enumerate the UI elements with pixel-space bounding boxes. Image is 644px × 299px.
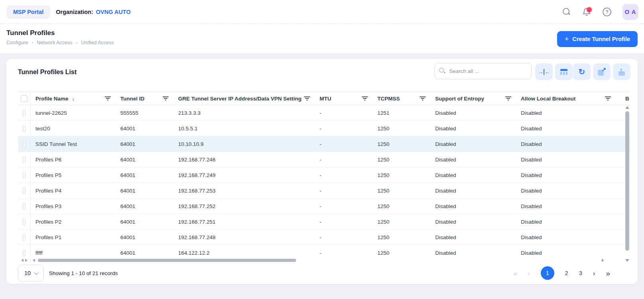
cell-tunnel-id: 64001 <box>116 172 173 178</box>
breadcrumb-item-configure[interactable]: Configure <box>6 40 28 45</box>
page-size-select[interactable]: 10 <box>18 265 44 281</box>
row-checkbox[interactable] <box>23 156 26 163</box>
table-row[interactable]: Profiles P4 64001 192.168.77.253 - 1250 … <box>18 183 630 199</box>
scroll-right-icon[interactable] <box>25 259 27 262</box>
column-header-profile-name[interactable]: Profile Name ↓ <box>31 92 116 105</box>
pagination-prev-button[interactable]: ‹ <box>528 270 530 277</box>
select-all-cell <box>18 92 31 105</box>
avatar[interactable]: O A <box>622 4 638 20</box>
row-checkbox[interactable] <box>23 110 26 116</box>
table-row[interactable]: fffff 64001 164.122.12.2 - 1250 Disabled… <box>18 245 630 257</box>
cell-tunnel-id: 64001 <box>116 141 173 147</box>
scroll-up-icon[interactable] <box>625 106 629 109</box>
row-checkbox[interactable] <box>23 141 26 148</box>
column-header-gre-ip[interactable]: GRE Tunnel Server IP Address/Data VPN Se… <box>173 92 315 105</box>
row-checkbox[interactable] <box>23 203 26 210</box>
cell-tunnel-id: 64001 <box>116 203 173 209</box>
cell-tunnel-id: 64001 <box>116 219 173 225</box>
breadcrumb-separator: - <box>76 40 77 45</box>
row-checkbox[interactable] <box>23 187 26 194</box>
cell-mtu: - <box>315 126 373 132</box>
collapse-columns-button[interactable]: →← <box>535 63 553 80</box>
scroll-down-icon[interactable] <box>625 259 629 262</box>
refresh-button[interactable]: ↻ <box>573 63 591 80</box>
horizontal-scrollbar <box>18 257 630 264</box>
cell-support-of-entropy: Disabled <box>430 219 516 225</box>
column-header-allow-local-breakout[interactable]: Allow Local Breakout <box>516 92 616 105</box>
horizontal-scroll-thumb[interactable] <box>38 259 296 262</box>
table-row[interactable]: SSID Tunnel Test 64001 10.10.10.9 - 1250… <box>18 136 630 152</box>
breadcrumb-item-unified-access[interactable]: Unified Access <box>81 40 114 45</box>
organization-value[interactable]: OVNG AUTO <box>96 9 131 15</box>
pagination-last-button[interactable]: » <box>606 269 609 277</box>
search-input[interactable] <box>434 63 532 79</box>
row-checkbox[interactable] <box>23 234 26 241</box>
cell-gre-ip: 192.168.77.246 <box>173 157 315 163</box>
filter-icon[interactable] <box>605 96 611 100</box>
help-icon[interactable]: ? <box>603 8 611 16</box>
cell-gre-ip: 192.168.77.248 <box>173 234 315 240</box>
cell-allow-local-breakout: Disabled <box>516 234 616 240</box>
pagination-first-button[interactable]: « <box>513 269 517 277</box>
pagination: « ‹ 1 2 3 › » <box>513 266 609 280</box>
column-settings-button[interactable] <box>555 63 573 80</box>
page-title: Tunnel Profiles <box>6 29 638 37</box>
cell-profile-name: Profiles P2 <box>31 219 116 225</box>
table-footer: 10 Showing 1 - 10 of 21 records « ‹ 1 2 … <box>18 265 630 281</box>
cell-tcpmss: 1250 <box>373 234 430 240</box>
table-body: tunnel-22625 555555 213.3.3.3 - 1251 Dis… <box>18 105 630 257</box>
sort-desc-icon[interactable]: ↓ <box>72 96 75 102</box>
cell-allow-local-breakout: Disabled <box>516 126 616 132</box>
column-header-tcpmss[interactable]: TCPMSS <box>373 92 430 105</box>
msp-portal-chip[interactable]: MSP Portal <box>6 5 50 19</box>
search-icon <box>439 68 446 74</box>
row-checkbox[interactable] <box>23 172 26 179</box>
table-row[interactable]: test20 64001 10.5.5.1 - 1250 Disabled Di… <box>18 121 630 136</box>
column-header-mtu[interactable]: MTU <box>315 92 373 105</box>
cell-mtu: - <box>315 141 373 147</box>
cell-tcpmss: 1250 <box>373 141 430 147</box>
filter-icon[interactable] <box>420 96 426 100</box>
table-row[interactable]: Profiles P6 64001 192.168.77.246 - 1250 … <box>18 152 630 167</box>
cell-support-of-entropy: Disabled <box>430 234 516 240</box>
upload-button[interactable] <box>613 63 630 80</box>
filter-icon[interactable] <box>304 96 310 100</box>
filter-icon[interactable] <box>505 96 511 100</box>
scroll-left-icon[interactable] <box>21 259 24 262</box>
scroll-left-icon[interactable] <box>33 259 35 262</box>
column-header-support-of-entropy[interactable]: Support of Entropy <box>430 92 516 105</box>
pagination-page-1[interactable]: 1 <box>541 266 554 280</box>
vertical-scroll-thumb[interactable] <box>625 111 629 251</box>
vertical-scrollbar[interactable] <box>624 106 630 264</box>
row-checkbox[interactable] <box>23 125 26 132</box>
breadcrumb-separator: - <box>31 40 33 45</box>
table-row[interactable]: Profiles P1 64001 192.168.77.248 - 1250 … <box>18 230 630 245</box>
table-row[interactable]: Profiles P5 64001 192.168.77.249 - 1250 … <box>18 167 630 183</box>
table-row[interactable]: Profiles P3 64001 192.168.77.252 - 1250 … <box>18 199 630 214</box>
table-row[interactable]: Profiles P2 64001 192.168.77.251 - 1250 … <box>18 214 630 230</box>
cell-tunnel-id: 555555 <box>116 110 173 116</box>
row-checkbox-cell <box>18 214 31 229</box>
select-all-checkbox[interactable] <box>21 95 27 102</box>
horizontal-scroll-track[interactable] <box>37 258 600 262</box>
filter-icon[interactable] <box>362 96 368 100</box>
notifications-bell-icon[interactable] <box>582 7 591 17</box>
column-header-tunnel-id[interactable]: Tunnel ID <box>116 92 173 105</box>
breadcrumb-item-network-access[interactable]: Network Access <box>37 40 72 45</box>
filter-icon[interactable] <box>105 96 111 100</box>
cell-tcpmss: 1250 <box>373 188 430 194</box>
pagination-next-button[interactable]: › <box>593 270 595 277</box>
create-tunnel-profile-button[interactable]: + Create Tunnel Profile <box>557 31 638 47</box>
table-row[interactable]: tunnel-22625 555555 213.3.3.3 - 1251 Dis… <box>18 105 630 121</box>
row-checkbox[interactable] <box>23 218 26 225</box>
row-checkbox-cell <box>18 121 31 136</box>
column-header-truncated[interactable]: B <box>616 92 630 105</box>
export-button[interactable] <box>593 63 611 80</box>
row-checkbox[interactable] <box>23 250 26 256</box>
search-icon[interactable] <box>562 8 571 16</box>
filter-icon[interactable] <box>163 96 169 100</box>
scroll-right-icon[interactable] <box>602 259 604 262</box>
pagination-page-3[interactable]: 3 <box>579 270 582 276</box>
row-checkbox-cell <box>18 167 31 183</box>
pagination-page-2[interactable]: 2 <box>565 270 568 276</box>
